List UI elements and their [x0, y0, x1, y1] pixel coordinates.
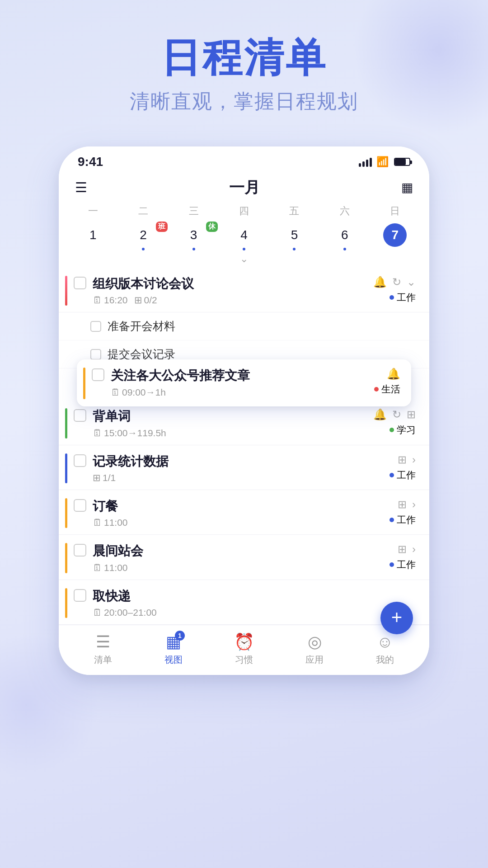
floating-time: 🗓 09:00→1h — [111, 387, 166, 398]
tag-dot-order — [389, 518, 394, 522]
task-item-order: 订餐 🗓11:00 ⊞ › 工作 — [59, 490, 429, 535]
date-dot-2 — [142, 248, 145, 250]
chevron-icon-order[interactable]: › — [412, 498, 416, 511]
cal-date-3[interactable]: 3 休 — [169, 222, 219, 251]
nav-label-apps: 应用 — [305, 654, 324, 666]
task-time-order: 🗓11:00 — [93, 517, 128, 528]
date-number-5: 5 — [282, 223, 306, 247]
nav-label-mine: 我的 — [376, 654, 394, 666]
tag-label-beidan: 学习 — [397, 424, 416, 436]
signal-icon — [359, 157, 372, 167]
task-checkbox-order[interactable] — [74, 499, 86, 512]
calendar-view-icon[interactable]: ▦ — [401, 180, 413, 195]
expand-icon-1[interactable]: ⌄ — [407, 276, 416, 288]
chevron-icon-standup[interactable]: › — [412, 543, 416, 556]
task-time-beidan: 🗓15:00→119.5h — [93, 428, 166, 439]
task-checkbox-record[interactable] — [74, 454, 86, 467]
task-item-standup: 晨间站会 🗓11:00 ⊞ › 工作 — [59, 535, 429, 580]
subtask-title-1: 准备开会材料 — [108, 319, 175, 334]
alarm-icon-beidan[interactable]: 🔔 — [373, 408, 387, 421]
cal-date-5[interactable]: 5 — [269, 222, 319, 251]
nav-item-apps[interactable]: ◎ 应用 — [292, 632, 337, 666]
status-icons: 📶 — [359, 156, 410, 168]
task-content-1: 组织版本讨论会议 🗓16:20 ⊞0/2 — [93, 276, 365, 306]
cal-date-6[interactable]: 6 — [319, 222, 370, 251]
month-title: 一月 — [229, 177, 260, 198]
task-checkbox-standup[interactable] — [74, 544, 86, 557]
date-dot-4 — [243, 248, 245, 250]
day-labels: 一 二 三 四 五 六 日 — [59, 203, 429, 220]
nav-item-list[interactable]: ☰ 清单 — [80, 632, 126, 666]
subtask-icon-record: ⊞ — [93, 472, 101, 483]
task-right-beidan: 🔔 ↻ ⊞ 学习 — [369, 408, 416, 436]
task-item-beidan: 背单词 🗓15:00→119.5h 🔔 ↻ ⊞ — [59, 400, 429, 445]
grid-icon-record[interactable]: ⊞ — [398, 453, 407, 466]
menu-icon[interactable]: ☰ — [75, 181, 87, 194]
cal-date-7[interactable]: 7 — [370, 222, 420, 251]
task-tag-1: 工作 — [389, 291, 416, 304]
clock-icon-standup: 🗓 — [93, 562, 102, 573]
task-meta-1: 🗓16:20 ⊞0/2 — [93, 295, 365, 306]
calendar-dates: 1 2 班 3 休 4 5 6 7 — [59, 220, 429, 251]
task-item-1: 组织版本讨论会议 🗓16:20 ⊞0/2 🔔 ↻ ⌄ — [59, 268, 429, 312]
bottom-nav: ☰ 清单 ▦ 1 视图 ⏰ 习惯 ◎ 应用 ☺ 我的 — [59, 625, 429, 675]
floating-checkbox[interactable] — [92, 368, 104, 381]
task-bar-order — [65, 498, 67, 528]
task-title-pickup: 取快递 — [93, 588, 412, 604]
task-actions-standup: ⊞ › — [398, 543, 416, 556]
day-label-wed: 三 — [169, 203, 219, 220]
cal-date-2[interactable]: 2 班 — [118, 222, 168, 251]
task-time-pickup: 🗓20:00–21:00 — [93, 607, 157, 618]
date-badge-rest: 休 — [206, 222, 218, 232]
tag-dot-beidan — [389, 428, 394, 432]
task-tag-order: 工作 — [389, 514, 416, 526]
nav-item-habit[interactable]: ⏰ 习惯 — [221, 632, 267, 666]
task-actions-beidan: 🔔 ↻ ⊞ — [373, 408, 416, 421]
clock-icon-float: 🗓 — [111, 387, 120, 398]
subtask-checkbox-1[interactable] — [90, 321, 101, 332]
battery-icon — [394, 158, 410, 166]
floating-tag-label: 生活 — [381, 383, 400, 396]
date-dot-3 — [192, 248, 195, 250]
alarm-icon-1[interactable]: 🔔 — [373, 276, 387, 288]
day-label-sat: 六 — [319, 203, 370, 220]
clock-icon-order: 🗓 — [93, 517, 102, 528]
task-actions-1: 🔔 ↻ ⌄ — [373, 276, 416, 288]
nav-icon-mine: ☺ — [377, 632, 394, 651]
chevron-icon-record[interactable]: › — [412, 453, 416, 466]
bottom-wrapper: 关注各大公众号推荐文章 🗓 09:00→1h 🔔 生活 — [59, 373, 429, 675]
fab-add-button[interactable]: + — [380, 602, 413, 634]
cal-date-1[interactable]: 1 — [68, 222, 118, 251]
day-label-sun: 日 — [370, 203, 420, 220]
nav-item-mine[interactable]: ☺ 我的 — [362, 632, 408, 666]
subtask-checkbox-2[interactable] — [90, 349, 101, 360]
task-bar-beidan — [65, 408, 67, 438]
task-checkbox-1[interactable] — [74, 277, 86, 289]
task-bar-pickup — [65, 588, 67, 618]
repeat-icon-beidan[interactable]: ↻ — [392, 408, 401, 421]
phone-mockup: 9:41 📶 ☰ 一月 ▦ 一 二 三 四 五 六 日 — [59, 146, 429, 675]
task-checkbox-beidan[interactable] — [74, 409, 86, 422]
floating-tag-dot — [374, 387, 379, 392]
grid-icon-order[interactable]: ⊞ — [398, 498, 407, 511]
calendar-header: ☰ 一月 ▦ — [59, 173, 429, 203]
page-subtitle: 清晰直观，掌握日程规划 — [0, 88, 488, 115]
task-title-1: 组织版本讨论会议 — [93, 276, 365, 292]
repeat-icon-1[interactable]: ↻ — [392, 276, 401, 288]
task-subtask-record: ⊞1/1 — [93, 472, 116, 483]
task-right-standup: ⊞ › 工作 — [389, 543, 416, 571]
status-bar: 9:41 📶 — [59, 146, 429, 173]
nav-item-view[interactable]: ▦ 1 视图 — [151, 632, 196, 666]
date-number-4: 4 — [232, 223, 256, 247]
task-checkbox-pickup[interactable] — [74, 589, 86, 602]
task-meta-record: ⊞1/1 — [93, 472, 386, 483]
floating-tag: 生活 — [374, 383, 400, 396]
grid-icon-beidan[interactable]: ⊞ — [407, 408, 416, 421]
task-meta-beidan: 🗓15:00→119.5h — [93, 428, 365, 439]
grid-icon-standup[interactable]: ⊞ — [398, 543, 407, 556]
cal-date-4[interactable]: 4 — [219, 222, 269, 251]
alarm-icon-float[interactable]: 🔔 — [387, 368, 400, 380]
calendar-expand-chevron[interactable]: ⌄ — [59, 251, 429, 268]
tag-label-1: 工作 — [397, 291, 416, 304]
task-bar-standup — [65, 543, 67, 573]
